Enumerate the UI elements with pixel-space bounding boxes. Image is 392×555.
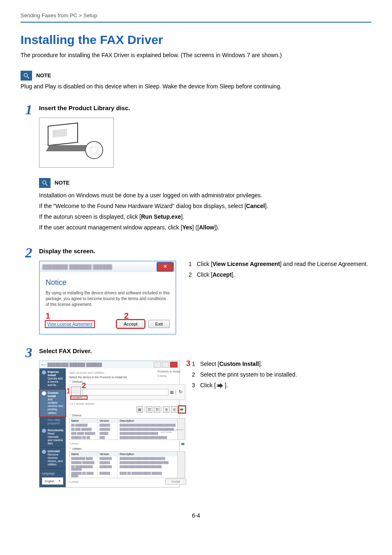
list-number: 1: [192, 361, 200, 367]
note-line: If the "Welcome to the Found New Hardwar…: [39, 203, 371, 209]
devices-count: 1 of 1 devices selected: [69, 402, 185, 405]
col-version: Version: [98, 419, 118, 423]
col-version: Version: [98, 452, 118, 456]
arrow-right-icon: [180, 408, 184, 411]
list-view-toggle[interactable]: ▤: [170, 390, 174, 394]
note-header: NOTE: [21, 71, 371, 81]
list-item: Click [ ].: [200, 382, 228, 388]
step-number-2: 2: [21, 245, 37, 261]
scrollbar[interactable]: [178, 419, 185, 423]
col-desc: Description: [118, 452, 178, 456]
list-number: 1: [189, 261, 197, 267]
note-line: If the user account management window ap…: [39, 224, 371, 231]
callout-2: 2: [124, 311, 129, 321]
breadcrumb: Sending Faxes from PC > Setup: [21, 12, 371, 18]
installer-main: Products to Install 0 items stall device…: [66, 368, 189, 487]
step2-title: Display the screen.: [39, 247, 371, 254]
scrollbar[interactable]: [178, 452, 185, 456]
device-search-input[interactable]: [83, 389, 168, 395]
list-item: Click [View License Agreement] and read …: [197, 261, 368, 267]
toolbar-icon[interactable]: ⎘: [163, 406, 170, 413]
sidebar-item-custom[interactable]: Custom InstallAdd multiple devices and p…: [39, 389, 66, 416]
installer-title-blur: ⟵ ████████ ██████ ██████: [41, 363, 102, 367]
utilities-table[interactable]: Name Version Description ████████ ██████…: [69, 451, 185, 478]
add-arrow-button[interactable]: [179, 406, 185, 413]
install-button[interactable]: Install: [165, 479, 186, 485]
accept-button[interactable]: Accept: [117, 320, 145, 328]
note-icon: [21, 71, 32, 81]
utilities-count: 5 utilities: [69, 481, 78, 484]
note-header: NOTE: [39, 178, 371, 188]
divider: [21, 22, 371, 23]
svg-line-3: [46, 184, 48, 186]
list-number: 2: [189, 271, 197, 278]
language-select[interactable]: English ▾: [42, 477, 63, 485]
toolbar-icon[interactable]: ☷: [154, 406, 160, 413]
sidebar-item-uninstall[interactable]: UninstallRemove devices, drivers, and ut…: [39, 448, 66, 468]
view-license-link[interactable]: View License Agreement: [46, 321, 94, 327]
drivers-count: 7 drivers: [69, 442, 78, 446]
toolbar-icon[interactable]: ☷: [146, 406, 152, 413]
callout-3: 3: [186, 359, 190, 368]
callout-2: 2: [82, 382, 86, 390]
arrow-right-icon[interactable]: [181, 442, 185, 446]
callout-1: 1: [46, 311, 50, 321]
note-text: Plug and Play is disabled on this device…: [21, 83, 371, 90]
main-header-blur: stall devices and utilities: [69, 371, 185, 375]
toolbar-icon[interactable]: ▤: [136, 406, 143, 413]
col-desc: Description: [118, 419, 178, 423]
toolbar-icon[interactable]: ⍇: [171, 406, 178, 413]
step3-title: Select FAX Driver.: [39, 347, 371, 354]
disc-icon: [85, 141, 103, 159]
list-number: 2: [192, 371, 200, 378]
list-item: Select [Custom Install].: [200, 361, 262, 367]
note-line: If the autorun screen is displayed, clic…: [39, 213, 371, 220]
devices-header: Devices: [72, 380, 83, 383]
uninstall-icon: [42, 450, 46, 454]
drivers-header: Drivers: [72, 414, 81, 417]
exit-button[interactable]: Exit: [148, 320, 170, 328]
sidebar-item-documents[interactable]: DocumentsRead manuals and readme files: [39, 427, 66, 447]
svg-point-2: [43, 181, 46, 184]
sidebar-item-express[interactable]: Express InstallQuickly add a device and …: [39, 368, 66, 389]
arrow-right-icon: [217, 383, 223, 388]
svg-line-1: [27, 76, 29, 79]
svg-point-0: [24, 74, 28, 77]
sidebar-item-maintenance[interactable]: Run utility programs: [39, 417, 66, 426]
maximize-button[interactable]: [162, 362, 169, 368]
refresh-button[interactable]: ↻: [178, 389, 183, 395]
docs-icon: [42, 429, 46, 433]
note-label: NOTE: [32, 71, 55, 81]
notice-heading: Notice: [46, 278, 170, 287]
custom-icon: [42, 391, 46, 395]
list-number: 3: [192, 382, 200, 388]
col-name: Name: [69, 419, 98, 423]
list-item: Click [Accept].: [197, 271, 235, 278]
chevron-down-icon: ▾: [59, 479, 60, 483]
license-message: By using or installing the device driver…: [46, 290, 170, 308]
page-title: Installing the FAX Driver: [21, 33, 371, 47]
note-label: NOTE: [51, 178, 74, 188]
device-ip: 10.180.81.2: [71, 396, 87, 399]
page-number: 6-4: [21, 512, 371, 519]
step1-title: Insert the Product Library disc.: [39, 104, 371, 111]
step-number-3: 3: [21, 345, 37, 361]
installer-sidebar: Express InstallQuickly add a device and …: [39, 368, 66, 487]
intro-text: The procedure for installing the FAX Dri…: [21, 52, 371, 58]
language-label: Language: [39, 472, 66, 475]
device-row[interactable]: 2 ▤ ↻ 10.180.81.2: [69, 384, 185, 400]
hostname-checkbox-label[interactable]: ☐ Use host name as port name: [161, 428, 185, 433]
insert-disc-illustration: [39, 118, 114, 168]
installer-window: ⟵ ████████ ██████ ██████: [39, 361, 180, 488]
products-count: 0 items: [157, 375, 186, 377]
close-button[interactable]: ✕: [157, 263, 173, 271]
note-line: Installation on Windows must be done by …: [39, 192, 371, 199]
utilities-header: Utilities: [72, 447, 82, 450]
close-button[interactable]: [170, 362, 178, 368]
minimize-button[interactable]: [154, 362, 161, 368]
express-icon: [42, 370, 46, 375]
col-name: Name: [69, 452, 98, 456]
dialog-title-blur: ████████ ███████ ██████: [42, 264, 112, 269]
note-icon: [39, 178, 51, 188]
list-item: Select the print system to be installed.: [200, 371, 297, 378]
